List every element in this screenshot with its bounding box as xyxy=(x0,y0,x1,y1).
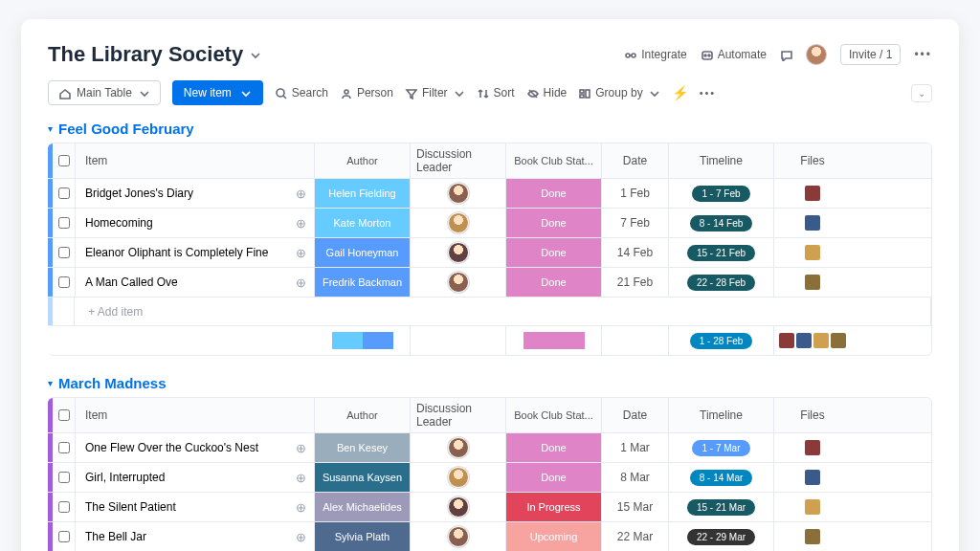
author-cell[interactable]: Gail Honeyman xyxy=(315,238,411,267)
row-checkbox[interactable] xyxy=(53,238,76,267)
timeline-cell[interactable]: 22 - 29 Mar xyxy=(669,522,774,551)
new-item-button[interactable]: New item xyxy=(172,80,263,105)
date-cell[interactable]: 14 Feb xyxy=(602,238,669,267)
groupby-button[interactable]: Group by xyxy=(578,86,659,99)
author-cell[interactable]: Kate Morton xyxy=(315,209,411,237)
date-cell[interactable]: 1 Mar xyxy=(602,433,669,462)
date-cell[interactable]: 22 Mar xyxy=(602,522,669,551)
conversation-icon[interactable]: ⊕ xyxy=(296,500,306,515)
table-row[interactable]: Bridget Jones's Diary⊕Helen FieldingDone… xyxy=(48,179,931,209)
table-row[interactable]: Girl, Interrupted⊕Susanna KaysenDone8 Ma… xyxy=(48,463,931,493)
integrate-button[interactable]: Integrate xyxy=(624,48,686,61)
table-row[interactable]: A Man Called Ove⊕Fredrik BackmanDone21 F… xyxy=(48,268,931,298)
col-leader[interactable]: Discussion Leader xyxy=(411,143,506,178)
leader-cell[interactable] xyxy=(411,268,506,297)
leader-cell[interactable] xyxy=(411,179,506,208)
table-row[interactable]: The Silent Patient⊕Alex MichaelidesIn Pr… xyxy=(48,493,931,522)
row-checkbox[interactable] xyxy=(53,433,76,462)
author-cell[interactable]: Fredrik Backman xyxy=(315,268,411,297)
item-cell[interactable]: One Flew Over the Cuckoo's Nest⊕ xyxy=(76,433,315,462)
person-filter[interactable]: Person xyxy=(340,86,393,99)
col-author[interactable]: Author xyxy=(315,398,411,432)
sort-button[interactable]: Sort xyxy=(477,86,515,99)
status-cell[interactable]: Done xyxy=(506,179,602,208)
filter-button[interactable]: Filter xyxy=(405,86,465,99)
files-cell[interactable] xyxy=(774,522,851,551)
author-cell[interactable]: Alex Michaelides xyxy=(315,493,411,521)
status-cell[interactable]: Done xyxy=(506,209,602,237)
leader-cell[interactable] xyxy=(411,433,506,462)
files-cell[interactable] xyxy=(774,433,851,462)
table-row[interactable]: The Bell Jar⊕Sylvia PlathUpcoming22 Mar2… xyxy=(48,522,931,551)
item-cell[interactable]: A Man Called Ove⊕ xyxy=(76,268,315,297)
view-selector[interactable]: Main Table xyxy=(48,80,161,105)
col-date[interactable]: Date xyxy=(602,398,669,432)
group-header[interactable]: ▾March Madness xyxy=(48,375,932,391)
group-header[interactable]: ▾Feel Good February xyxy=(48,121,932,137)
item-cell[interactable]: Bridget Jones's Diary⊕ xyxy=(76,179,315,208)
table-row[interactable]: One Flew Over the Cuckoo's Nest⊕Ben Kese… xyxy=(48,433,931,463)
date-cell[interactable]: 8 Mar xyxy=(602,463,669,492)
date-cell[interactable]: 21 Feb xyxy=(602,268,669,297)
item-cell[interactable]: Homecoming⊕ xyxy=(76,209,315,237)
author-cell[interactable]: Sylvia Plath xyxy=(315,522,411,551)
col-author[interactable]: Author xyxy=(315,143,411,178)
add-item-label[interactable]: + Add item xyxy=(75,298,931,325)
timeline-cell[interactable]: 1 - 7 Feb xyxy=(669,179,774,208)
author-cell[interactable]: Susanna Kaysen xyxy=(315,463,411,492)
toolbar-more[interactable]: ••• xyxy=(700,87,717,99)
leader-cell[interactable] xyxy=(411,463,506,492)
conversation-icon[interactable]: ⊕ xyxy=(296,530,306,544)
col-status[interactable]: Book Club Stat... xyxy=(506,398,602,432)
more-menu[interactable]: ••• xyxy=(914,48,932,61)
row-checkbox[interactable] xyxy=(53,179,76,208)
files-cell[interactable] xyxy=(774,493,851,521)
item-cell[interactable]: Girl, Interrupted⊕ xyxy=(76,463,315,492)
date-cell[interactable]: 7 Feb xyxy=(602,209,669,237)
date-cell[interactable]: 15 Mar xyxy=(602,493,669,521)
conversation-icon[interactable]: ⊕ xyxy=(296,276,306,290)
table-row[interactable]: Eleanor Oliphant is Completely Fine⊕Gail… xyxy=(48,238,931,268)
select-all[interactable] xyxy=(53,398,76,432)
hide-button[interactable]: Hide xyxy=(526,86,568,99)
conversation-icon[interactable]: ⊕ xyxy=(296,246,306,260)
item-cell[interactable]: The Silent Patient⊕ xyxy=(76,493,315,521)
files-cell[interactable] xyxy=(774,209,851,237)
col-files[interactable]: Files xyxy=(774,143,851,178)
files-cell[interactable] xyxy=(774,179,851,208)
col-item[interactable]: Item xyxy=(76,143,315,178)
search-button[interactable]: Search xyxy=(275,86,328,99)
date-cell[interactable]: 1 Feb xyxy=(602,179,669,208)
row-checkbox[interactable] xyxy=(53,463,76,492)
add-item-row[interactable]: + Add item xyxy=(48,298,931,326)
col-item[interactable]: Item xyxy=(76,398,315,432)
ai-icon[interactable]: ⚡ xyxy=(672,85,688,100)
row-checkbox[interactable] xyxy=(53,522,76,551)
status-cell[interactable]: In Progress xyxy=(506,493,602,521)
files-cell[interactable] xyxy=(774,238,851,267)
collapse-toggle[interactable]: ⌄ xyxy=(911,84,932,102)
user-avatar[interactable] xyxy=(806,44,827,65)
author-cell[interactable]: Helen Fielding xyxy=(315,179,411,208)
invite-button[interactable]: Invite / 1 xyxy=(840,44,901,65)
timeline-cell[interactable]: 8 - 14 Feb xyxy=(669,209,774,237)
timeline-cell[interactable]: 1 - 7 Mar xyxy=(669,433,774,462)
col-date[interactable]: Date xyxy=(602,143,669,178)
timeline-cell[interactable]: 22 - 28 Feb xyxy=(669,268,774,297)
item-cell[interactable]: Eleanor Oliphant is Completely Fine⊕ xyxy=(76,238,315,267)
conversation-icon[interactable]: ⊕ xyxy=(296,441,306,455)
leader-cell[interactable] xyxy=(411,238,506,267)
col-timeline[interactable]: Timeline xyxy=(669,398,774,432)
row-checkbox[interactable] xyxy=(53,209,76,237)
col-status[interactable]: Book Club Stat... xyxy=(506,143,602,178)
status-cell[interactable]: Done xyxy=(506,238,602,267)
status-cell[interactable]: Done xyxy=(506,433,602,462)
timeline-cell[interactable]: 15 - 21 Mar xyxy=(669,493,774,521)
select-all[interactable] xyxy=(53,143,76,178)
col-leader[interactable]: Discussion Leader xyxy=(411,398,506,432)
col-files[interactable]: Files xyxy=(774,398,851,432)
conversation-icon[interactable]: ⊕ xyxy=(296,187,306,201)
status-cell[interactable]: Done xyxy=(506,463,602,492)
table-row[interactable]: Homecoming⊕Kate MortonDone7 Feb8 - 14 Fe… xyxy=(48,209,931,238)
row-checkbox[interactable] xyxy=(53,493,76,521)
